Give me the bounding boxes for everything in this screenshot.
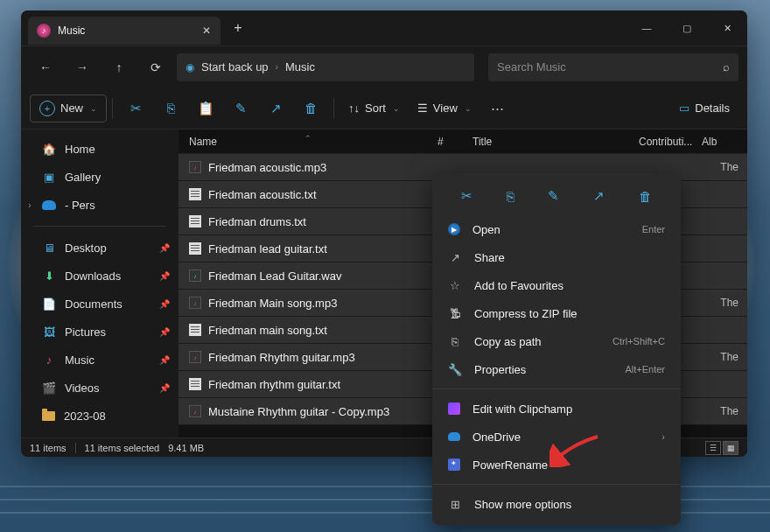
pictures-icon: 🖼	[42, 326, 56, 339]
chevron-right-icon: ›	[276, 62, 278, 72]
file-name: Friedman rhythm guitar.txt	[208, 378, 436, 391]
new-button[interactable]: + New ⌄	[30, 94, 107, 122]
copy-button[interactable]: ⎘	[153, 94, 188, 122]
breadcrumb-root[interactable]: Start back up	[201, 60, 269, 74]
minimize-button[interactable]: —	[626, 10, 667, 46]
ctx-share[interactable]: ↗Share	[432, 243, 681, 271]
ctx-onedrive[interactable]: OneDrive›	[432, 423, 681, 451]
ctx-properties[interactable]: 🔧PropertiesAlt+Enter	[432, 355, 681, 383]
selected-count: 11 items selected	[85, 443, 160, 453]
sidebar-item-folder[interactable]: 2023-08	[21, 402, 178, 430]
more-button[interactable]: ⋯	[480, 94, 515, 122]
file-name: Friedman acoustic.mp3	[208, 161, 436, 174]
sidebar-item-videos[interactable]: 🎬Videos📌	[21, 374, 178, 402]
forward-button[interactable]: →	[66, 53, 98, 81]
column-name[interactable]: Name⌃	[189, 136, 438, 148]
ctx-rename-icon[interactable]: ✎	[548, 188, 559, 204]
ctx-copy-path[interactable]: ⎘Copy as pathCtrl+Shift+C	[432, 327, 681, 355]
file-name: Friedman main song.txt	[208, 324, 436, 337]
file-name: Friedman lead guitar.txt	[208, 242, 436, 256]
close-window-button[interactable]: ✕	[707, 10, 747, 46]
pin-icon: 📌	[159, 243, 170, 253]
view-details-icon[interactable]: ☰	[705, 441, 721, 455]
ctx-favourites[interactable]: ☆Add to Favourites	[432, 271, 681, 299]
sidebar-item-onedrive[interactable]: - Pers	[21, 191, 178, 219]
cut-button[interactable]: ✂	[118, 94, 153, 122]
pin-icon: 📌	[159, 271, 170, 281]
rename-button[interactable]: ✎	[223, 94, 258, 122]
column-contributing[interactable]: Contributi...	[639, 136, 702, 148]
column-title[interactable]: Title	[472, 136, 639, 148]
share-icon: ↗	[448, 251, 462, 264]
star-icon: ☆	[448, 279, 462, 292]
chevron-right-icon: ›	[662, 431, 665, 442]
chevron-down-icon: ⌄	[465, 104, 472, 113]
sort-button[interactable]: ↑↓ Sort ⌄	[340, 94, 409, 122]
refresh-button[interactable]: ⟳	[140, 53, 172, 81]
wrench-icon: 🔧	[448, 363, 462, 376]
breadcrumb-current[interactable]: Music	[285, 60, 315, 74]
txt-file-icon	[189, 242, 201, 255]
file-name: Friedman Main song.mp3	[208, 297, 436, 310]
up-button[interactable]: ↑	[103, 53, 135, 81]
item-count: 11 items	[30, 443, 66, 453]
file-artist: The	[436, 161, 747, 173]
sidebar-item-documents[interactable]: 📄Documents📌	[21, 290, 178, 318]
back-button[interactable]: ←	[30, 53, 61, 81]
plus-circle-icon: +	[39, 101, 55, 116]
sort-icon: ↑↓	[348, 102, 360, 115]
paste-button[interactable]: 📋	[188, 94, 223, 122]
ctx-show-more[interactable]: ⊞Show more options	[432, 490, 681, 518]
tab-music[interactable]: ♪ Music ✕	[28, 17, 220, 45]
new-tab-button[interactable]: +	[224, 20, 252, 36]
share-button[interactable]: ↗	[258, 94, 293, 122]
file-name: Mustaine Rhythm guitar - Copy.mp3	[208, 405, 436, 418]
navigation-pane: 🏠Home ▣Gallery - Pers 🖥Desktop📌 ⬇Downloa…	[21, 130, 178, 438]
command-bar: + New ⌄ ✂ ⎘ 📋 ✎ ↗ 🗑 ↑↓ Sort ⌄ ☰ View ⌄ ⋯…	[21, 88, 747, 130]
context-menu: ✂ ⎘ ✎ ↗ 🗑 ▶OpenEnter ↗Share ☆Add to Favo…	[432, 173, 681, 525]
mp3-file-icon: ♪	[189, 351, 201, 363]
column-track[interactable]: #	[438, 136, 472, 148]
close-tab-icon[interactable]: ✕	[200, 24, 214, 37]
ctx-open[interactable]: ▶OpenEnter	[432, 215, 681, 243]
search-placeholder: Search Music	[497, 60, 566, 74]
txt-file-icon	[189, 188, 201, 200]
titlebar: ♪ Music ✕ + — ▢ ✕	[21, 10, 747, 46]
ctx-clipchamp[interactable]: Edit with Clipchamp	[432, 395, 681, 423]
sidebar-item-desktop[interactable]: 🖥Desktop📌	[21, 234, 178, 262]
path-icon: ⎘	[448, 335, 462, 348]
search-input[interactable]: Search Music ⌕	[488, 53, 738, 81]
music-icon: ♪	[42, 354, 56, 367]
clipchamp-icon	[448, 402, 460, 415]
search-icon: ⌕	[723, 60, 730, 74]
onedrive-icon	[42, 200, 56, 210]
sidebar-item-downloads[interactable]: ⬇Downloads📌	[21, 262, 178, 290]
document-icon: 📄	[42, 298, 56, 311]
pin-icon: 📌	[159, 327, 170, 337]
ctx-share-icon[interactable]: ↗	[593, 188, 605, 204]
address-bar[interactable]: ◉ Start back up › Music	[177, 53, 474, 81]
details-pane-button[interactable]: ▭ Details	[670, 94, 738, 122]
view-tiles-icon[interactable]: ▦	[723, 441, 738, 455]
delete-button[interactable]: 🗑	[293, 94, 328, 122]
sidebar-item-gallery[interactable]: ▣Gallery	[21, 163, 178, 191]
txt-file-icon	[189, 324, 201, 336]
home-icon: 🏠	[42, 143, 56, 156]
pin-icon: 📌	[159, 299, 170, 309]
view-button[interactable]: ☰ View ⌄	[409, 94, 480, 122]
maximize-button[interactable]: ▢	[667, 10, 707, 46]
pin-icon: 📌	[159, 383, 170, 393]
file-name: Friedman acoustic.txt	[208, 188, 436, 201]
ctx-compress[interactable]: 🗜Compress to ZIP file	[432, 299, 681, 327]
column-album[interactable]: Alb	[702, 136, 728, 148]
sidebar-item-pictures[interactable]: 🖼Pictures📌	[21, 318, 178, 346]
ctx-powerrename[interactable]: PowerRename	[432, 451, 681, 479]
ctx-cut-icon[interactable]: ✂	[461, 188, 472, 204]
ctx-copy-icon[interactable]: ⎘	[507, 189, 514, 204]
ctx-delete-icon[interactable]: 🗑	[639, 189, 652, 204]
chevron-down-icon: ⌄	[393, 104, 400, 113]
sidebar-item-music[interactable]: ♪Music📌	[21, 346, 178, 374]
mp3-file-icon: ♪	[189, 161, 201, 173]
sidebar-item-home[interactable]: 🏠Home	[21, 135, 178, 163]
nav-toolbar: ← → ↑ ⟳ ◉ Start back up › Music Search M…	[21, 46, 747, 88]
